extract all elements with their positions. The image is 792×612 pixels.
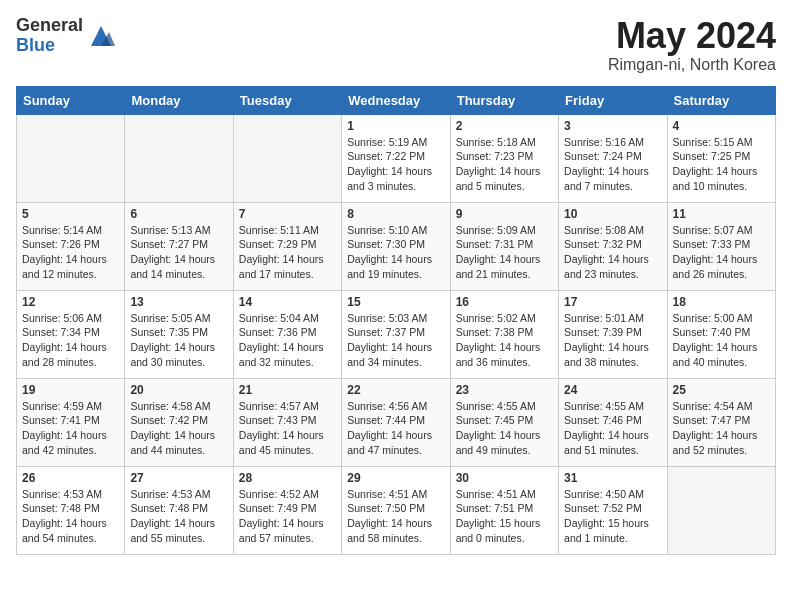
daylight: Daylight: 14 hours and 47 minutes. (347, 429, 432, 456)
calendar-cell (667, 466, 775, 554)
daylight: Daylight: 14 hours and 58 minutes. (347, 517, 432, 544)
sunset: Sunset: 7:46 PM (564, 414, 642, 426)
sunrise: Sunrise: 4:53 AM (22, 488, 102, 500)
day-info: Sunrise: 5:01 AM Sunset: 7:39 PM Dayligh… (564, 311, 661, 370)
title-section: May 2024 Rimgan-ni, North Korea (608, 16, 776, 74)
day-number: 2 (456, 119, 553, 133)
calendar-cell: 29 Sunrise: 4:51 AM Sunset: 7:50 PM Dayl… (342, 466, 450, 554)
sunrise: Sunrise: 5:04 AM (239, 312, 319, 324)
calendar-cell: 28 Sunrise: 4:52 AM Sunset: 7:49 PM Dayl… (233, 466, 341, 554)
day-info: Sunrise: 5:13 AM Sunset: 7:27 PM Dayligh… (130, 223, 227, 282)
sunset: Sunset: 7:40 PM (673, 326, 751, 338)
sunrise: Sunrise: 4:57 AM (239, 400, 319, 412)
sunrise: Sunrise: 5:13 AM (130, 224, 210, 236)
daylight: Daylight: 14 hours and 49 minutes. (456, 429, 541, 456)
sunrise: Sunrise: 4:54 AM (673, 400, 753, 412)
day-number: 21 (239, 383, 336, 397)
day-number: 13 (130, 295, 227, 309)
day-number: 30 (456, 471, 553, 485)
day-number: 28 (239, 471, 336, 485)
sunset: Sunset: 7:48 PM (22, 502, 100, 514)
calendar-cell: 16 Sunrise: 5:02 AM Sunset: 7:38 PM Dayl… (450, 290, 558, 378)
sunrise: Sunrise: 5:19 AM (347, 136, 427, 148)
sunset: Sunset: 7:34 PM (22, 326, 100, 338)
calendar-table: SundayMondayTuesdayWednesdayThursdayFrid… (16, 86, 776, 555)
day-info: Sunrise: 5:10 AM Sunset: 7:30 PM Dayligh… (347, 223, 444, 282)
daylight: Daylight: 14 hours and 44 minutes. (130, 429, 215, 456)
day-info: Sunrise: 4:55 AM Sunset: 7:46 PM Dayligh… (564, 399, 661, 458)
daylight: Daylight: 14 hours and 45 minutes. (239, 429, 324, 456)
calendar-cell: 15 Sunrise: 5:03 AM Sunset: 7:37 PM Dayl… (342, 290, 450, 378)
day-number: 4 (673, 119, 770, 133)
sunrise: Sunrise: 4:51 AM (347, 488, 427, 500)
sunset: Sunset: 7:25 PM (673, 150, 751, 162)
daylight: Daylight: 14 hours and 28 minutes. (22, 341, 107, 368)
daylight: Daylight: 14 hours and 52 minutes. (673, 429, 758, 456)
day-number: 17 (564, 295, 661, 309)
day-number: 23 (456, 383, 553, 397)
sunrise: Sunrise: 5:06 AM (22, 312, 102, 324)
day-number: 31 (564, 471, 661, 485)
location: Rimgan-ni, North Korea (608, 56, 776, 74)
weekday-header-tuesday: Tuesday (233, 86, 341, 114)
daylight: Daylight: 14 hours and 42 minutes. (22, 429, 107, 456)
day-info: Sunrise: 5:04 AM Sunset: 7:36 PM Dayligh… (239, 311, 336, 370)
sunset: Sunset: 7:52 PM (564, 502, 642, 514)
daylight: Daylight: 14 hours and 34 minutes. (347, 341, 432, 368)
calendar-cell: 4 Sunrise: 5:15 AM Sunset: 7:25 PM Dayli… (667, 114, 775, 202)
day-number: 25 (673, 383, 770, 397)
sunset: Sunset: 7:29 PM (239, 238, 317, 250)
calendar-cell: 13 Sunrise: 5:05 AM Sunset: 7:35 PM Dayl… (125, 290, 233, 378)
calendar-cell: 6 Sunrise: 5:13 AM Sunset: 7:27 PM Dayli… (125, 202, 233, 290)
calendar-cell: 9 Sunrise: 5:09 AM Sunset: 7:31 PM Dayli… (450, 202, 558, 290)
day-info: Sunrise: 5:00 AM Sunset: 7:40 PM Dayligh… (673, 311, 770, 370)
sunrise: Sunrise: 5:07 AM (673, 224, 753, 236)
day-number: 22 (347, 383, 444, 397)
weekday-header-row: SundayMondayTuesdayWednesdayThursdayFrid… (17, 86, 776, 114)
sunset: Sunset: 7:45 PM (456, 414, 534, 426)
daylight: Daylight: 14 hours and 55 minutes. (130, 517, 215, 544)
sunrise: Sunrise: 5:18 AM (456, 136, 536, 148)
sunrise: Sunrise: 5:10 AM (347, 224, 427, 236)
calendar-week-4: 19 Sunrise: 4:59 AM Sunset: 7:41 PM Dayl… (17, 378, 776, 466)
calendar-cell: 20 Sunrise: 4:58 AM Sunset: 7:42 PM Dayl… (125, 378, 233, 466)
logo-general: General (16, 16, 83, 36)
day-number: 27 (130, 471, 227, 485)
day-number: 12 (22, 295, 119, 309)
calendar-cell: 8 Sunrise: 5:10 AM Sunset: 7:30 PM Dayli… (342, 202, 450, 290)
sunset: Sunset: 7:27 PM (130, 238, 208, 250)
page-header: General Blue May 2024 Rimgan-ni, North K… (16, 16, 776, 74)
day-info: Sunrise: 5:05 AM Sunset: 7:35 PM Dayligh… (130, 311, 227, 370)
calendar-cell: 18 Sunrise: 5:00 AM Sunset: 7:40 PM Dayl… (667, 290, 775, 378)
sunset: Sunset: 7:24 PM (564, 150, 642, 162)
day-number: 19 (22, 383, 119, 397)
daylight: Daylight: 14 hours and 30 minutes. (130, 341, 215, 368)
daylight: Daylight: 14 hours and 38 minutes. (564, 341, 649, 368)
sunset: Sunset: 7:48 PM (130, 502, 208, 514)
day-info: Sunrise: 5:06 AM Sunset: 7:34 PM Dayligh… (22, 311, 119, 370)
daylight: Daylight: 14 hours and 5 minutes. (456, 165, 541, 192)
day-number: 11 (673, 207, 770, 221)
sunset: Sunset: 7:49 PM (239, 502, 317, 514)
day-info: Sunrise: 4:53 AM Sunset: 7:48 PM Dayligh… (130, 487, 227, 546)
day-info: Sunrise: 4:59 AM Sunset: 7:41 PM Dayligh… (22, 399, 119, 458)
day-number: 24 (564, 383, 661, 397)
daylight: Daylight: 14 hours and 51 minutes. (564, 429, 649, 456)
sunset: Sunset: 7:32 PM (564, 238, 642, 250)
weekday-header-friday: Friday (559, 86, 667, 114)
sunrise: Sunrise: 4:50 AM (564, 488, 644, 500)
calendar-cell: 31 Sunrise: 4:50 AM Sunset: 7:52 PM Dayl… (559, 466, 667, 554)
calendar-cell: 10 Sunrise: 5:08 AM Sunset: 7:32 PM Dayl… (559, 202, 667, 290)
sunrise: Sunrise: 5:15 AM (673, 136, 753, 148)
day-info: Sunrise: 4:55 AM Sunset: 7:45 PM Dayligh… (456, 399, 553, 458)
day-info: Sunrise: 5:02 AM Sunset: 7:38 PM Dayligh… (456, 311, 553, 370)
day-number: 10 (564, 207, 661, 221)
daylight: Daylight: 14 hours and 17 minutes. (239, 253, 324, 280)
daylight: Daylight: 14 hours and 36 minutes. (456, 341, 541, 368)
day-info: Sunrise: 5:18 AM Sunset: 7:23 PM Dayligh… (456, 135, 553, 194)
sunrise: Sunrise: 5:05 AM (130, 312, 210, 324)
day-number: 14 (239, 295, 336, 309)
day-number: 1 (347, 119, 444, 133)
sunrise: Sunrise: 4:53 AM (130, 488, 210, 500)
sunrise: Sunrise: 4:51 AM (456, 488, 536, 500)
